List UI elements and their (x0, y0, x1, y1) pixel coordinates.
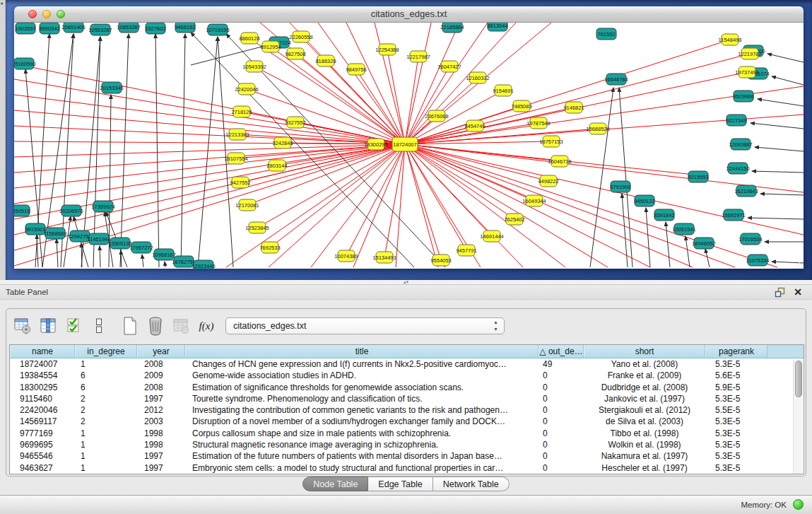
table-row[interactable]: 1872400712008Changes of HCN gene express… (10, 358, 804, 370)
table-row[interactable]: 2242004622012Investigating the contribut… (10, 404, 804, 416)
table-vertical-scrollbar[interactable] (793, 359, 803, 474)
network-node[interactable]: 15692971 (722, 209, 745, 221)
window-minimize-button[interactable] (42, 10, 51, 18)
network-node[interactable]: 19787548 (526, 117, 550, 129)
network-node[interactable]: 6791900 (610, 181, 630, 192)
table-row[interactable]: 1938455462009Genome-wide association stu… (10, 370, 804, 381)
float-window-icon[interactable] (775, 287, 785, 298)
table-cell-out_degree[interactable]: 0 (539, 450, 584, 462)
table-cell-title[interactable]: Investigating the contribution of common… (185, 404, 539, 416)
table-cell-title[interactable]: Estimation of significance thresholds fo… (185, 382, 539, 393)
network-node[interactable]: 9146821 (563, 102, 584, 113)
table-cell-year[interactable]: 2009 (137, 370, 185, 381)
table-cell-out_degree[interactable]: 0 (539, 393, 584, 404)
network-node[interactable]: 9554053 (430, 255, 451, 266)
table-cell-year[interactable]: 1997 (137, 393, 185, 404)
network-node[interactable]: 12217987 (406, 51, 430, 62)
table-cell-year[interactable]: 1997 (137, 462, 185, 474)
table-cell-short[interactable]: Dudbridge et al. (2008) (584, 382, 705, 393)
network-node[interactable]: 9154691 (493, 85, 513, 96)
table-cell-pagerank[interactable]: 5.3E-5 (705, 462, 767, 474)
table-cell-out_degree[interactable]: 0 (539, 439, 584, 450)
table-cell-in_degree[interactable]: 6 (75, 382, 137, 393)
network-node[interactable]: 16047427 (437, 61, 461, 72)
splitter-handle-icon[interactable]: ▴▾ (0, 280, 812, 284)
table-cell-short[interactable]: Tibbo et al. (1998) (584, 428, 705, 439)
table-cell-year[interactable]: 1998 (137, 439, 185, 450)
network-node[interactable]: 9327552 (285, 117, 305, 128)
network-node[interactable]: 10543392 (242, 61, 266, 72)
new-column-button[interactable] (119, 315, 141, 337)
network-node[interactable]: 14691444 (480, 230, 503, 242)
table-cell-pagerank[interactable]: 5.3E-5 (705, 450, 767, 462)
network-node[interactable]: 8391842 (654, 209, 674, 221)
network-node[interactable]: 7625402 (504, 214, 524, 225)
column-header-in_degree[interactable]: in_degree (75, 345, 137, 358)
table-cell-pagerank[interactable]: 5.3E-5 (705, 428, 767, 439)
network-node[interactable]: 12170081 (235, 199, 259, 211)
table-options-button[interactable] (12, 315, 33, 337)
window-close-button[interactable] (28, 10, 37, 18)
network-node[interactable]: 20153346 (100, 82, 123, 93)
network-node[interactable]: 23676068 (425, 110, 448, 122)
column-header-pagerank[interactable]: pagerank (705, 345, 767, 358)
memory-status-indicator[interactable] (793, 499, 804, 510)
close-panel-icon[interactable]: ✕ (794, 286, 802, 298)
network-node[interactable]: 2803144 (266, 160, 287, 171)
network-node[interactable]: 15688520 (586, 123, 609, 134)
table-cell-name[interactable]: 18724007 (10, 358, 75, 370)
table-selector-dropdown[interactable]: citations_edges.txt ▲▼ (225, 317, 505, 334)
network-node[interactable]: 1850518 (14, 205, 30, 216)
network-node[interactable]: 16946052 (692, 238, 715, 249)
network-node[interactable]: 12160312 (466, 72, 489, 83)
function-builder-button[interactable]: f(x) (196, 315, 217, 337)
table-cell-pagerank[interactable]: 5.3E-5 (705, 393, 767, 404)
table-cell-out_degree[interactable]: 0 (539, 416, 584, 427)
table-row[interactable]: 911546021997Tourette syndrome. Phenomeno… (10, 393, 804, 404)
network-node[interactable]: 1903557 (15, 23, 35, 34)
network-node[interactable]: 18107554 (224, 153, 247, 164)
table-cell-short[interactable]: Hescheler et al. (1997) (584, 462, 705, 474)
table-row[interactable]: 1830029562008Estimation of significance … (10, 382, 804, 393)
network-node[interactable]: 11451944 (88, 233, 111, 245)
table-row[interactable]: 969969511998Structural magnetic resonanc… (10, 439, 804, 450)
network-node[interactable]: 10653287 (117, 23, 140, 33)
network-node[interactable]: 10074389 (334, 250, 358, 262)
network-node[interactable]: 12254368 (375, 44, 399, 55)
network-node[interactable]: 12444150 (726, 163, 749, 174)
table-cell-in_degree[interactable]: 1 (75, 439, 137, 450)
network-node[interactable]: 8454749 (464, 120, 485, 132)
table-cell-pagerank[interactable]: 5.3E-5 (705, 439, 767, 450)
network-node[interactable]: 16046716 (548, 156, 571, 167)
table-cell-name[interactable]: 9699695 (10, 439, 75, 450)
network-node[interactable]: 22420046 (235, 83, 258, 95)
scrollbar-thumb[interactable] (795, 361, 802, 397)
table-cell-name[interactable]: 9463627 (10, 462, 75, 474)
table-cell-name[interactable]: 14569117 (10, 416, 75, 427)
table-cell-year[interactable]: 2008 (137, 382, 185, 393)
table-cell-in_degree[interactable]: 1 (75, 428, 137, 439)
network-node[interactable]: 9466162 (175, 23, 195, 33)
table-cell-title[interactable]: Disruption of a novel member of a sodium… (185, 416, 539, 427)
network-node[interactable]: 20891406 (61, 23, 85, 33)
table-cell-in_degree[interactable]: 2 (75, 416, 137, 427)
table-cell-in_degree[interactable]: 6 (75, 370, 137, 381)
table-cell-title[interactable]: Structural magnetic resonance image aver… (185, 439, 539, 450)
table-cell-short[interactable]: Yano et al. (2008) (584, 358, 705, 370)
network-node[interactable]: 9529966 (733, 90, 753, 102)
table-row[interactable]: 1456911722003Disruption of a novel membe… (10, 416, 804, 427)
network-node[interactable]: 12219787 (738, 48, 761, 59)
network-node[interactable]: 12213383 (225, 129, 249, 140)
network-canvas[interactable]: 1903557899034220891406105532871065328715… (14, 23, 804, 269)
network-node[interactable]: 8912954 (260, 41, 281, 52)
column-header-out_degree[interactable]: △ out_de… (539, 345, 584, 358)
table-cell-in_degree[interactable]: 2 (75, 393, 137, 404)
table-cell-name[interactable]: 22420046 (10, 404, 75, 416)
table-cell-pagerank[interactable]: 5.9E-5 (705, 382, 767, 393)
network-node[interactable]: 11075334 (746, 255, 770, 266)
collapsed-panel-gutter[interactable]: ◂ (0, 0, 6, 280)
network-node[interactable]: 10051541 (672, 223, 695, 235)
table-cell-title[interactable]: Estimation of the future numbers of pati… (185, 450, 539, 462)
network-node[interactable]: 10719195 (206, 24, 229, 35)
window-resize-grip[interactable] (792, 259, 802, 269)
